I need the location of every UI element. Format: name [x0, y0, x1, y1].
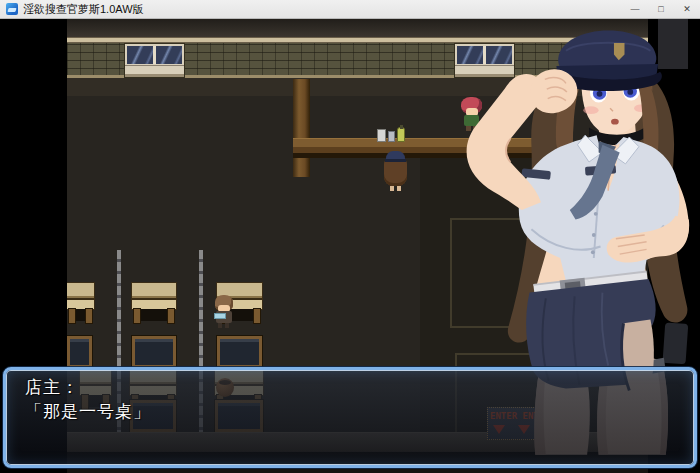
minimize-icon: — [631, 4, 640, 14]
table [132, 336, 176, 368]
minimize-button[interactable]: — [622, 0, 648, 18]
counter-item-bottle [397, 127, 405, 142]
counter-item-box [388, 131, 395, 142]
window-controls: — □ ✕ [622, 0, 700, 18]
maximize-button[interactable]: □ [648, 0, 674, 18]
window-titlebar[interactable]: 淫欲搜查官萝斯1.0AW版 — □ ✕ [0, 0, 700, 19]
bench [132, 283, 176, 328]
map-wood-pillar [293, 79, 310, 177]
app-icon [6, 3, 18, 15]
dialogue-text: 「那是一号桌」 [25, 400, 151, 423]
table [217, 336, 262, 368]
npc-sprite-patron [213, 295, 235, 329]
close-button[interactable]: ✕ [674, 0, 700, 18]
window-title: 淫欲搜查官萝斯1.0AW版 [23, 2, 144, 17]
game-canvas[interactable]: ENTER ENT [0, 19, 700, 473]
bench [67, 283, 94, 328]
close-icon: ✕ [683, 4, 691, 14]
dialogue-box[interactable]: 店主： 「那是一号桌」 [3, 367, 697, 468]
map-window-left [125, 44, 184, 77]
dialogue-speaker: 店主： [25, 376, 79, 399]
table [67, 336, 92, 368]
player-sprite [382, 151, 409, 192]
app-window: 淫欲搜查官萝斯1.0AW版 — □ ✕ [0, 0, 700, 473]
counter-item-box [377, 129, 386, 142]
maximize-icon: □ [658, 4, 663, 14]
